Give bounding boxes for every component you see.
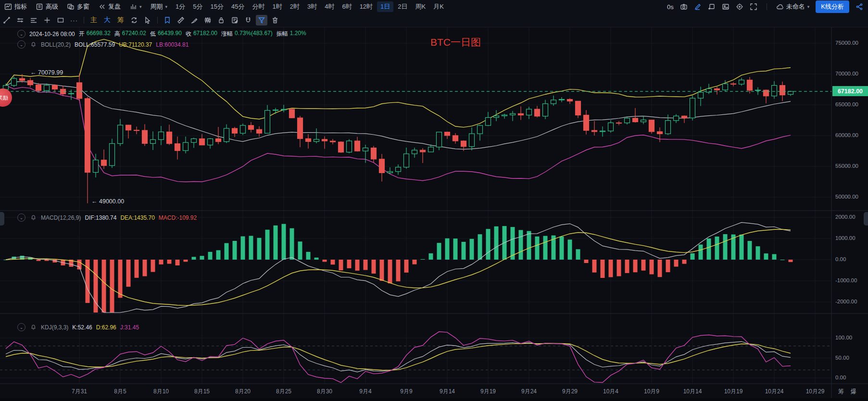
alert-bell-icon[interactable] bbox=[29, 214, 37, 222]
draw-pencil-icon[interactable] bbox=[694, 3, 702, 11]
main-chart-toggle[interactable]: 主 bbox=[88, 15, 100, 25]
timeframe-月K[interactable]: 月K bbox=[430, 1, 447, 12]
magnet-tool[interactable] bbox=[242, 15, 254, 25]
timeframe-12时[interactable]: 12时 bbox=[356, 1, 376, 12]
collapse-chevron-icon[interactable]: ⌄ bbox=[17, 323, 25, 331]
advanced-label: 高级 bbox=[46, 2, 58, 11]
date-tick-label: 9月14 bbox=[440, 388, 455, 396]
multiwindow-button[interactable]: 多窗 bbox=[67, 2, 89, 11]
cloud-icon bbox=[776, 3, 784, 11]
timeframe-周K[interactable]: 周K bbox=[412, 1, 429, 12]
candle-pattern-icon bbox=[204, 16, 212, 24]
chip-distribution-toggle[interactable]: 筹 bbox=[115, 15, 126, 25]
axis-tick-label: 70000.00 bbox=[835, 71, 858, 76]
rectangle-icon bbox=[57, 16, 64, 24]
boll-name: BOLL(20,2) bbox=[41, 41, 71, 48]
current-price-tag: 67182.00 bbox=[832, 86, 868, 96]
add-window-icon[interactable] bbox=[708, 3, 716, 11]
period-dropdown[interactable]: 周期 ▾ bbox=[151, 2, 168, 11]
chip-axis-toggle[interactable]: 筹 bbox=[838, 388, 844, 396]
right-panel-handle[interactable] bbox=[864, 212, 868, 226]
collapse-chevron-icon[interactable]: ⌄ bbox=[17, 30, 25, 38]
multiwindow-icon bbox=[67, 3, 75, 11]
filter-tool[interactable] bbox=[256, 15, 267, 25]
collapse-chevron-icon[interactable]: ⌄ bbox=[17, 213, 25, 222]
alert-bell-icon[interactable] bbox=[29, 324, 37, 331]
workspace-dropdown[interactable]: 未命名 ▾ bbox=[776, 2, 810, 11]
high-label: 高 bbox=[114, 30, 120, 38]
chart-canvas[interactable] bbox=[0, 0, 868, 401]
burst-axis-toggle[interactable]: 爆 bbox=[851, 388, 856, 396]
ohlc-legend-row: ⌄ 2024-10-26 08:00 开66698.32 高67240.02 低… bbox=[17, 30, 306, 38]
advanced-button[interactable]: 高级 bbox=[36, 2, 58, 11]
replay-interval-value[interactable]: 0s bbox=[667, 3, 674, 11]
timeframe-45分[interactable]: 45分 bbox=[228, 1, 248, 12]
refresh-tool[interactable] bbox=[128, 15, 140, 25]
timeframe-1时[interactable]: 1时 bbox=[269, 1, 285, 12]
date-tick-label: 8月15 bbox=[194, 388, 210, 396]
date-axis[interactable]: 7月318月58月108月158月208月258月309月49月99月149月1… bbox=[0, 384, 831, 398]
timeframe-3时[interactable]: 3时 bbox=[304, 1, 320, 12]
camera-icon[interactable] bbox=[680, 3, 688, 11]
more-icon: ··· bbox=[70, 17, 78, 24]
timeframe-4时[interactable]: 4时 bbox=[321, 1, 338, 12]
timeframe-2日[interactable]: 2日 bbox=[394, 1, 411, 12]
big-chart-toggle[interactable]: 大 bbox=[101, 15, 113, 25]
delete-tool[interactable] bbox=[269, 15, 281, 25]
candle-datetime: 2024-10-26 08:00 bbox=[29, 31, 75, 38]
date-tick-label: 9月29 bbox=[562, 388, 578, 396]
open-label: 开 bbox=[79, 30, 85, 38]
change-value: 0.73%(483.67) bbox=[235, 30, 273, 38]
trendline-tool[interactable] bbox=[1, 15, 13, 25]
timeframe-list: 1分5分15分45分分时1时2时3时4时6时12时1日2日周K月K bbox=[172, 1, 448, 12]
left-panel-handle[interactable] bbox=[0, 212, 4, 226]
share-icon[interactable] bbox=[855, 3, 863, 11]
rectangle-tool[interactable] bbox=[55, 15, 66, 25]
cross-line-tool[interactable] bbox=[41, 15, 53, 25]
cursor-tool[interactable] bbox=[142, 15, 153, 25]
pattern-tool[interactable] bbox=[202, 15, 214, 25]
lock-tool[interactable] bbox=[215, 15, 227, 25]
ruler-icon bbox=[177, 16, 185, 24]
chevron-down-icon: ▾ bbox=[165, 4, 168, 9]
axis-tick-label: 55000.00 bbox=[835, 163, 858, 169]
image-export-icon[interactable] bbox=[722, 3, 730, 11]
bookmark-tool[interactable] bbox=[162, 15, 173, 25]
chevron-down-icon: ▾ bbox=[807, 4, 810, 9]
horizontal-lines-icon bbox=[30, 16, 38, 24]
timeframe-1日[interactable]: 1日 bbox=[377, 1, 393, 12]
timeframe-1分[interactable]: 1分 bbox=[172, 1, 189, 12]
multiwindow-label: 多窗 bbox=[77, 2, 89, 11]
date-tick-label: 9月4 bbox=[359, 388, 371, 396]
kline-analysis-button[interactable]: K线分析 bbox=[816, 0, 849, 13]
timeframe-6时[interactable]: 6时 bbox=[339, 1, 355, 12]
boll-ub-value: UB:71120.37 bbox=[119, 41, 152, 48]
macd-name: MACD(12,26,9) bbox=[41, 214, 81, 221]
cross-line-icon bbox=[43, 16, 51, 24]
measure-tool[interactable] bbox=[175, 15, 187, 25]
boll-legend-row: ⌄ BOLL(20,2) BOLL:65577.59 UB:71120.37 L… bbox=[17, 40, 189, 49]
horizontal-lines-tool[interactable] bbox=[28, 15, 39, 25]
axis-tick-label: 60000.00 bbox=[835, 132, 858, 138]
parallel-lines-tool[interactable] bbox=[14, 15, 26, 25]
timeframe-15分[interactable]: 15分 bbox=[207, 1, 227, 12]
fullscreen-icon[interactable] bbox=[750, 3, 757, 11]
replay-button[interactable]: 复盘 bbox=[98, 2, 121, 11]
indicator-icon bbox=[4, 3, 12, 11]
date-tick-label: 9月24 bbox=[521, 388, 537, 396]
cursor-icon bbox=[144, 16, 151, 24]
collapse-chevron-icon[interactable]: ⌄ bbox=[17, 40, 25, 49]
timeframe-5分[interactable]: 5分 bbox=[189, 1, 206, 12]
timeframe-分时[interactable]: 分时 bbox=[249, 1, 268, 12]
volume-profile-dropdown[interactable]: ▾ bbox=[129, 3, 142, 11]
alert-bell-icon[interactable] bbox=[29, 41, 37, 49]
indicators-button[interactable]: 指标 bbox=[4, 2, 27, 11]
note-tool[interactable] bbox=[229, 15, 240, 25]
settings-target-icon[interactable] bbox=[736, 3, 743, 11]
macd-legend-row: ⌄ MACD(12,26,9) DIF:1380.74 DEA:1435.70 … bbox=[17, 213, 197, 222]
divider bbox=[157, 17, 158, 24]
brush-tool[interactable] bbox=[189, 15, 200, 25]
timeframe-2时[interactable]: 2时 bbox=[287, 1, 303, 12]
more-tools-button[interactable]: ··· bbox=[68, 15, 80, 25]
workspace-name: 未命名 bbox=[786, 2, 805, 11]
